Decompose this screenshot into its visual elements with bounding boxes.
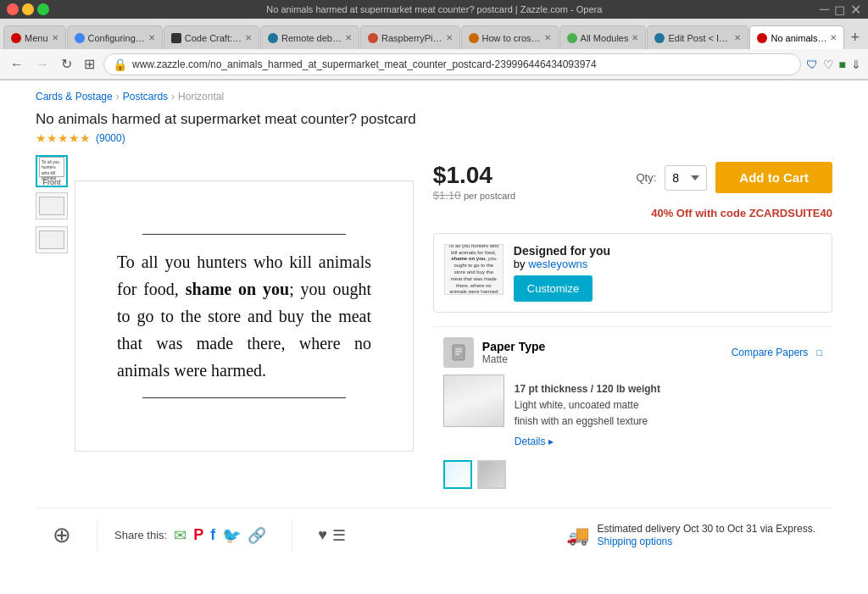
thumbnail-front[interactable]: To all you hunters who kill animals Fron…: [36, 155, 68, 187]
details-link[interactable]: Details ▸: [515, 436, 554, 447]
download-icon[interactable]: ⇓: [851, 58, 861, 71]
delivery-info: Estimated delivery Oct 30 to Oct 31 via …: [598, 523, 815, 547]
breadcrumb-sep2: ›: [171, 91, 175, 103]
delivery-truck-icon: 🚚: [566, 525, 589, 547]
tab-close-codecraft[interactable]: ✕: [245, 33, 252, 42]
url-text: www.zazzle.com/no_animals_harmed_at_supe…: [132, 58, 792, 70]
compare-papers-link[interactable]: Compare Papers: [732, 347, 809, 358]
swatch-white[interactable]: [443, 460, 472, 489]
original-price: $1.10: [433, 189, 461, 202]
per-unit: per postcard: [464, 191, 515, 201]
qty-label: Qty:: [636, 171, 656, 184]
star-rating: ★★★★★: [36, 131, 91, 145]
tab-remote[interactable]: Remote deb… ✕: [260, 25, 359, 49]
minimize-button[interactable]: [22, 3, 34, 15]
minimize-icon[interactable]: ─: [820, 2, 829, 17]
nav-bar: ← → ↻ ⊞ 🔒 www.zazzle.com/no_animals_harm…: [0, 49, 868, 80]
breadcrumb-postcards[interactable]: Postcards: [123, 91, 168, 103]
qty-select[interactable]: 8 1 2 3 4 5 10 15: [665, 165, 707, 191]
paper-details-row: 17 pt thickness / 120 lb weight Light wh…: [443, 375, 822, 450]
breadcrumb: Cards & Postage › Postcards › Horizontal: [36, 91, 832, 103]
swatch-gray[interactable]: [477, 460, 506, 489]
paper-weight: 17 pt thickness / 120 lb weight: [515, 381, 660, 397]
maximize-button[interactable]: [37, 3, 49, 15]
paper-desc2: finish with an eggshell texture: [515, 414, 660, 430]
tab-favicon-codecraft: [171, 33, 181, 43]
reload-button[interactable]: ↻: [58, 54, 75, 74]
designer-name-link[interactable]: wesleyowns: [528, 258, 587, 270]
tab-label-remote: Remote deb…: [281, 33, 342, 43]
restore-icon[interactable]: ◻: [834, 2, 845, 18]
tab-editpost[interactable]: Edit Post < Ir… ✕: [647, 25, 748, 49]
share-facebook-icon[interactable]: f: [210, 526, 215, 544]
designer-by-row: by wesleyowns: [514, 258, 821, 270]
rating-row: ★★★★★ (9000): [36, 131, 125, 145]
tab-close-menu[interactable]: ✕: [52, 33, 58, 42]
add-to-cart-button[interactable]: Add to Cart: [715, 162, 832, 193]
share-pinterest-icon[interactable]: P: [193, 526, 203, 544]
by-label: by: [514, 258, 526, 270]
window-title: No animals harmed at supermarket meat co…: [49, 4, 820, 14]
product-layout: No animals harmed at supermarket meat co…: [36, 111, 832, 499]
tab-close-raspberry[interactable]: ✕: [446, 33, 453, 42]
delivery-section: 🚚 Estimated delivery Oct 30 to Oct 31 vi…: [566, 523, 815, 547]
url-bar[interactable]: 🔒 www.zazzle.com/no_animals_harmed_at_su…: [103, 53, 801, 75]
tab-close-modules[interactable]: ✕: [632, 33, 638, 42]
share-email-icon[interactable]: ✉: [174, 526, 186, 545]
discount-text: 40% Off with code ZCARDSUITE40: [433, 207, 832, 219]
current-price: $1.04: [433, 162, 515, 189]
close-win-icon[interactable]: ✕: [850, 2, 861, 18]
tab-modules[interactable]: All Modules ✕: [559, 25, 647, 49]
right-col: $1.04 $1.10 per postcard Qty: 8 1 2 3: [433, 111, 832, 499]
review-count[interactable]: (9000): [96, 132, 125, 144]
zoom-area: ⊕: [53, 522, 71, 548]
tab-menu[interactable]: Menu ✕: [3, 25, 66, 49]
tab-raspberry[interactable]: RaspberryPi… ✕: [360, 25, 460, 49]
tab-close-editpost[interactable]: ✕: [734, 33, 741, 42]
product-title: No animals harmed at supermarket meat co…: [36, 111, 416, 128]
customize-button[interactable]: Customize: [514, 275, 593, 302]
tab-ios[interactable]: Configuring… ✕: [67, 25, 163, 49]
tab-codecraft[interactable]: Code Craft:… ✕: [164, 25, 259, 49]
window-controls[interactable]: [7, 3, 49, 15]
tab-close-remote[interactable]: ✕: [345, 33, 352, 42]
tab-close-cross[interactable]: ✕: [544, 33, 551, 42]
paper-icon: [443, 337, 474, 368]
tab-label-editpost: Edit Post < Ir…: [668, 33, 731, 43]
bottom-bar: ⊕ Share this: ✉ P f 🐦 🔗 ♥ ☰ 🚚 Estimated …: [36, 508, 832, 563]
new-tab-button[interactable]: +: [845, 25, 865, 49]
thumbnail-back2[interactable]: [36, 226, 68, 253]
home-button[interactable]: ⊞: [81, 54, 98, 74]
tab-close-ios[interactable]: ✕: [148, 33, 155, 42]
tab-favicon-raspberry: [368, 33, 378, 43]
main-image: To all you hunters who kill animals for …: [75, 180, 414, 452]
postcard-rule-bottom: [142, 397, 346, 398]
paper-section: Paper Type Matte Compare Papers □ 17 pt …: [433, 326, 832, 499]
zoom-icon[interactable]: ⊕: [53, 522, 71, 547]
breadcrumb-current: Horizontal: [178, 91, 224, 103]
paper-texture-image: [443, 375, 504, 427]
bookmark-icon[interactable]: ♡: [823, 58, 834, 71]
original-price-row: $1.10 per postcard: [433, 189, 515, 202]
extension-icon[interactable]: ■: [839, 58, 846, 71]
designer-info: Designed for you by wesleyowns Customize: [514, 244, 821, 302]
forward-button[interactable]: →: [32, 55, 53, 74]
shipping-options-link[interactable]: Shipping options: [598, 536, 673, 547]
tab-favicon-modules: [567, 33, 577, 43]
designer-preview-image: To all you hunters who kill animals for …: [444, 244, 504, 295]
breadcrumb-cards[interactable]: Cards & Postage: [36, 91, 113, 103]
tab-label-menu: Menu: [25, 33, 48, 43]
wishlist-area[interactable]: ♥ ☰: [318, 526, 346, 545]
share-section: Share this: ✉ P f 🐦 🔗: [114, 526, 266, 545]
tab-close-noanimals[interactable]: ✕: [830, 33, 837, 42]
back-button[interactable]: ←: [7, 55, 27, 74]
tab-noanimals[interactable]: No animals… ✕: [749, 25, 844, 49]
share-link-icon[interactable]: 🔗: [248, 526, 266, 545]
share-twitter-icon[interactable]: 🐦: [222, 526, 241, 545]
window-controls-right[interactable]: ─ ◻ ✕: [820, 2, 861, 18]
tab-favicon-menu: [11, 33, 21, 43]
tab-cross[interactable]: How to cros… ✕: [461, 25, 559, 49]
title-bar: No animals harmed at supermarket meat co…: [0, 0, 868, 19]
thumbnail-back1[interactable]: [36, 192, 68, 219]
close-button[interactable]: [7, 3, 19, 15]
